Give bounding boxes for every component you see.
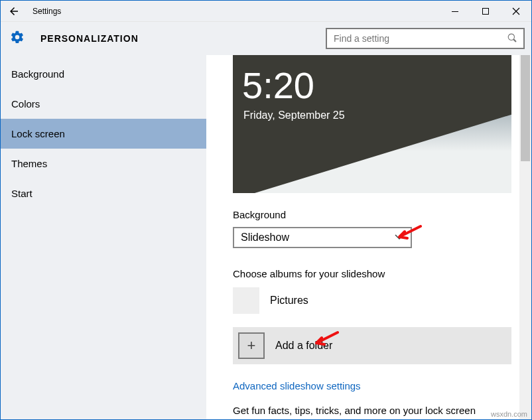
section-title: PERSONALIZATION xyxy=(30,33,326,44)
maximize-button[interactable] xyxy=(470,1,501,22)
background-value: Slideshow xyxy=(241,232,289,244)
sidebar-item-themes[interactable]: Themes xyxy=(1,149,206,178)
albums-label: Choose albums for your slideshow xyxy=(233,268,518,279)
funfacts-label: Get fun facts, tips, tricks, and more on… xyxy=(233,405,518,416)
gear-icon xyxy=(10,30,30,48)
sidebar-item-lockscreen[interactable]: Lock screen xyxy=(1,119,206,149)
preview-time: 5:20 xyxy=(242,67,314,104)
back-button[interactable] xyxy=(1,5,27,17)
sidebar-item-colors[interactable]: Colors xyxy=(1,89,206,119)
advanced-slideshow-link[interactable]: Advanced slideshow settings xyxy=(233,380,518,391)
back-arrow-icon xyxy=(8,5,20,17)
minimize-button[interactable] xyxy=(440,1,470,22)
svg-rect-1 xyxy=(483,8,489,14)
search-input[interactable] xyxy=(334,33,507,44)
background-label: Background xyxy=(233,209,518,220)
search-icon xyxy=(507,33,517,44)
sidebar-item-start[interactable]: Start xyxy=(1,178,206,208)
album-thumbnail xyxy=(233,287,259,314)
add-folder-label: Add a folder xyxy=(275,340,332,352)
scrollbar-thumb[interactable] xyxy=(521,55,530,161)
scrollbar[interactable] xyxy=(519,55,531,419)
svg-rect-0 xyxy=(452,11,458,12)
close-button[interactable] xyxy=(501,1,531,22)
maximize-icon xyxy=(482,7,490,15)
preview-date: Friday, September 25 xyxy=(243,109,345,121)
minimize-icon xyxy=(451,7,459,15)
album-item[interactable]: Pictures xyxy=(233,287,518,314)
close-icon xyxy=(512,7,520,15)
chevron-down-icon xyxy=(395,233,404,242)
sidebar: Background Colors Lock screen Themes Sta… xyxy=(1,55,206,419)
annotation-arrow xyxy=(206,417,208,419)
sidebar-item-background[interactable]: Background xyxy=(1,59,206,89)
plus-icon: + xyxy=(238,332,265,359)
background-dropdown[interactable]: Slideshow xyxy=(233,227,412,248)
window-title: Settings xyxy=(27,7,440,16)
album-name: Pictures xyxy=(270,295,308,307)
watermark: wsxdn.com xyxy=(491,410,527,418)
lockscreen-preview: 5:20 Friday, September 25 xyxy=(233,55,511,193)
main-content: 5:20 Friday, September 25 Background Sli… xyxy=(206,55,531,419)
add-folder-button[interactable]: + Add a folder xyxy=(233,327,511,364)
search-box[interactable] xyxy=(326,28,525,49)
